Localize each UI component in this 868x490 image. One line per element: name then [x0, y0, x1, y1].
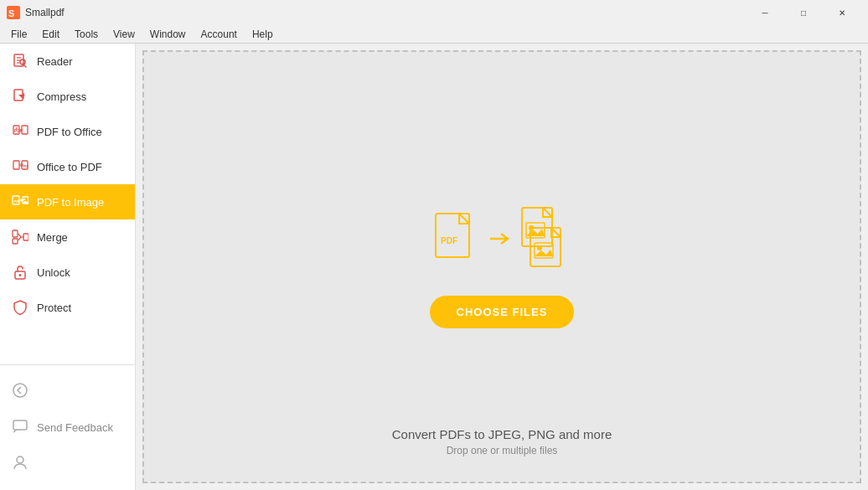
menu-help[interactable]: Help: [245, 26, 281, 43]
svg-point-35: [17, 456, 23, 463]
sidebar-item-label-merge: Merge: [37, 231, 68, 244]
sidebar-send-feedback[interactable]: Send Feedback: [0, 410, 135, 446]
menu-bar: File Edit Tools View Window Account Help: [0, 25, 868, 44]
arrow-svg: [488, 230, 512, 247]
caption-main: Convert PDFs to JPEG, PNG and more: [392, 427, 612, 441]
pdf-to-image-illustration: PDF: [434, 206, 569, 272]
svg-text:PDF: PDF: [14, 199, 22, 204]
content-area: PDF: [142, 50, 861, 483]
caption-area: Convert PDFs to JPEG, PNG and more Drop …: [392, 427, 612, 456]
sidebar-item-office-to-pdf[interactable]: PDF Office to PDF: [0, 149, 135, 184]
svg-text:S: S: [8, 8, 14, 18]
svg-text:PDF: PDF: [23, 164, 29, 168]
office-to-pdf-icon: PDF: [12, 158, 28, 175]
svg-rect-25: [13, 239, 18, 244]
reader-icon: [12, 53, 28, 70]
maximize-button[interactable]: □: [784, 0, 823, 25]
menu-tools[interactable]: Tools: [67, 26, 106, 43]
app-title: Smallpdf: [25, 7, 65, 18]
sidebar-item-merge[interactable]: Merge: [0, 219, 135, 255]
sidebar-back-button[interactable]: [0, 374, 135, 410]
pdf-to-image-icon: PDF: [12, 193, 28, 210]
sidebar-bottom: Send Feedback: [0, 364, 135, 490]
title-bar-left: S Smallpdf: [7, 6, 65, 19]
menu-window[interactable]: Window: [142, 26, 194, 43]
menu-account[interactable]: Account: [194, 26, 245, 43]
menu-view[interactable]: View: [106, 26, 142, 43]
sidebar-item-pdf-to-office[interactable]: PDF P PDF to Office: [0, 114, 135, 149]
caption-sub: Drop one or multiple files: [392, 445, 612, 456]
merge-icon: [12, 229, 28, 245]
svg-line-26: [18, 234, 22, 237]
svg-line-27: [18, 237, 22, 240]
svg-point-32: [13, 384, 27, 397]
choose-files-button[interactable]: CHOOSE FILES: [430, 296, 575, 328]
sidebar-user-account[interactable]: [0, 446, 135, 482]
pdf-doc-svg: PDF: [434, 212, 480, 266]
sidebar-nav: Reader Compress PDF: [0, 44, 135, 364]
back-icon: [12, 382, 28, 401]
svg-rect-36: [436, 214, 469, 257]
menu-file[interactable]: File: [3, 26, 34, 43]
pdf-to-office-icon: PDF P: [12, 123, 28, 140]
sidebar-item-protect[interactable]: Protect: [0, 290, 135, 325]
close-button[interactable]: ✕: [823, 0, 861, 25]
menu-edit[interactable]: Edit: [34, 26, 67, 43]
app-icon: S: [7, 6, 20, 19]
svg-text:P: P: [16, 126, 18, 131]
main-layout: Reader Compress PDF: [0, 44, 868, 490]
sidebar-item-pdf-to-image[interactable]: PDF PDF to Image: [0, 184, 135, 219]
svg-rect-24: [13, 230, 18, 237]
image-doc-2: [529, 226, 569, 272]
sidebar-item-reader[interactable]: Reader: [0, 44, 135, 79]
unlock-icon: [12, 264, 28, 281]
svg-point-44: [537, 245, 542, 250]
svg-point-31: [19, 274, 22, 276]
sidebar-item-label-pdf-to-office: PDF to Office: [37, 126, 102, 138]
svg-rect-33: [13, 420, 27, 430]
sidebar-item-unlock[interactable]: Unlock: [0, 255, 135, 290]
content-inner: PDF: [430, 206, 575, 328]
svg-rect-14: [22, 126, 28, 134]
sidebar-item-label-pdf-to-image: PDF to Image: [37, 196, 104, 209]
sidebar: Reader Compress PDF: [0, 44, 136, 490]
sidebar-item-label-unlock: Unlock: [37, 266, 70, 279]
sidebar-item-compress[interactable]: Compress: [0, 79, 135, 114]
sidebar-item-label-reader: Reader: [37, 55, 73, 68]
sidebar-send-feedback-label: Send Feedback: [37, 421, 113, 434]
minimize-button[interactable]: ─: [746, 0, 784, 25]
image-docs: [520, 206, 569, 272]
compress-icon: [12, 88, 28, 105]
svg-point-23: [23, 199, 25, 200]
title-bar: S Smallpdf ─ □ ✕: [0, 0, 868, 25]
svg-marker-8: [18, 95, 25, 98]
svg-rect-15: [13, 161, 19, 169]
title-bar-controls: ─ □ ✕: [746, 0, 861, 25]
user-icon: [12, 454, 28, 473]
feedback-icon: [12, 418, 28, 437]
sidebar-item-label-protect: Protect: [37, 302, 71, 314]
svg-text:PDF: PDF: [441, 236, 457, 245]
protect-icon: [12, 299, 28, 316]
sidebar-item-label-compress: Compress: [37, 90, 86, 103]
sidebar-item-label-office-to-pdf: Office to PDF: [37, 161, 102, 173]
